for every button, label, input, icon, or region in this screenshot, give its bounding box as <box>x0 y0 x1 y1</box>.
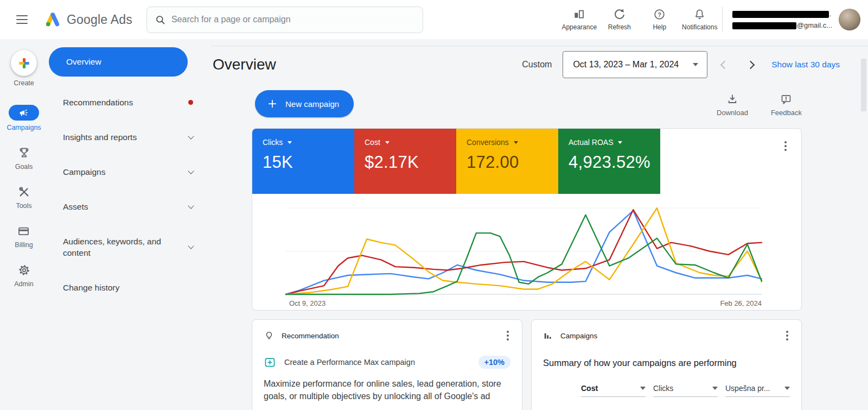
refresh-button[interactable]: Refresh <box>599 8 640 31</box>
rail-label-campaigns: Campaigns <box>7 124 41 131</box>
recommendation-card-header: Recommendation <box>264 329 510 342</box>
dropdown-caret-icon <box>712 387 718 390</box>
subnav-item-insights-and-reports[interactable]: Insights and reports <box>48 131 210 143</box>
chart-card-menu-button[interactable] <box>783 140 788 194</box>
credit-card-icon <box>17 224 30 238</box>
date-range-picker[interactable]: Oct 13, 2023 – Mar 1, 2024 <box>563 51 707 78</box>
metric-strip: Clicks 15K Cost $2.17K Conversions 172.0… <box>252 129 801 194</box>
search-bar[interactable] <box>146 7 423 33</box>
recommendations-alert-dot <box>188 100 193 105</box>
search-input[interactable] <box>171 15 414 24</box>
chevron-down-icon <box>188 203 194 209</box>
recommendation-card: Recommendation Create a Performance Max … <box>252 319 522 410</box>
main-content: Overview Custom Oct 13, 2023 – Mar 1, 20… <box>210 46 868 410</box>
vertical-scrollbar-thumb[interactable] <box>861 59 866 111</box>
rail-item-create[interactable]: Create <box>11 50 37 87</box>
recommendation-body-text: Maximize performance for online sales, l… <box>264 378 510 403</box>
dropdown-caret-icon <box>640 387 646 390</box>
avatar[interactable] <box>839 9 860 30</box>
appearance-label: Appearance <box>561 23 597 31</box>
search-icon <box>155 15 165 25</box>
main-menu-button[interactable] <box>11 9 33 30</box>
hamburger-icon <box>16 15 28 24</box>
download-button[interactable]: Download <box>717 93 748 117</box>
metric-selector-cost[interactable]: Cost <box>581 384 646 397</box>
toolbar: New campaign Download <box>255 90 802 117</box>
plus-icon <box>267 98 278 109</box>
new-campaign-button[interactable]: New campaign <box>255 90 354 117</box>
campaigns-card-menu-button[interactable] <box>784 329 790 342</box>
download-label: Download <box>717 109 748 117</box>
x-axis-start-label: Oct 9, 2023 <box>289 299 326 307</box>
rail-item-admin[interactable]: Admin <box>14 263 33 288</box>
bar-chart-icon <box>543 331 553 341</box>
rail-item-campaigns[interactable]: Campaigns <box>7 105 41 131</box>
tools-icon <box>17 185 31 199</box>
topbar-actions: Appearance Refresh ? Help Notifications <box>559 7 860 32</box>
series-actual-roas <box>286 215 762 294</box>
create-button[interactable] <box>11 50 37 76</box>
metric-value-conversions: 172.00 <box>467 153 558 172</box>
help-button[interactable]: ? Help <box>640 8 680 31</box>
help-label: Help <box>653 23 666 31</box>
recommendation-card-menu-button[interactable] <box>505 329 510 342</box>
date-next-button[interactable] <box>741 55 760 74</box>
svg-text:?: ? <box>658 11 661 18</box>
account-email-suffix: @gmail.c... <box>797 21 832 29</box>
new-campaign-suggestion-icon <box>264 356 276 369</box>
subnav-item-assets[interactable]: Assets <box>48 201 210 212</box>
subnav-item-recommendations[interactable]: Recommendations <box>48 97 210 108</box>
dropdown-caret-icon <box>784 387 790 390</box>
show-last-30-days-link[interactable]: Show last 30 days <box>771 60 840 70</box>
series-cost <box>286 210 762 294</box>
uplift-badge: +10% <box>478 356 511 369</box>
metric-card-actual-roas[interactable]: Actual ROAS 4,923.52% <box>558 129 660 194</box>
rail-label-goals: Goals <box>15 163 33 171</box>
subnav-item-campaigns[interactable]: Campaigns <box>48 166 210 178</box>
rail-item-tools[interactable]: Tools <box>16 185 31 210</box>
appearance-icon <box>573 8 585 21</box>
subnav-item-audiences-keywords-content[interactable]: Audiences, keywords, and content <box>48 236 210 258</box>
feedback-button[interactable]: Feedback <box>771 93 802 117</box>
metric-card-clicks[interactable]: Clicks 15K <box>252 129 354 194</box>
metric-selector-uspesna[interactable]: Uspešna pr... <box>725 384 790 397</box>
download-icon <box>726 93 738 105</box>
recommendation-item[interactable]: Create a Performance Max campaign +10% <box>264 356 510 369</box>
metric-card-cost[interactable]: Cost $2.17K <box>354 129 456 194</box>
metric-card-conversions[interactable]: Conversions 172.00 <box>456 129 558 194</box>
topbar-divider <box>722 7 723 32</box>
metric-value-clicks: 15K <box>263 153 354 172</box>
google-ads-logo[interactable]: Google Ads <box>44 12 132 27</box>
metric-value-cost: $2.17K <box>365 153 456 172</box>
account-name-suffix: . <box>829 10 832 18</box>
chevron-down-icon <box>188 133 194 139</box>
rail-label-billing: Billing <box>15 241 33 249</box>
metric-caret-icon <box>288 141 292 144</box>
bottom-cards-row: Recommendation Create a Performance Max … <box>252 319 802 410</box>
metric-value-actual-roas: 4,923.52% <box>569 153 660 172</box>
trend-chart[interactable] <box>286 208 762 294</box>
chevron-left-icon <box>720 60 729 69</box>
metric-caret-icon <box>514 141 518 144</box>
gear-icon <box>17 263 31 277</box>
notifications-button[interactable]: Notifications <box>680 8 720 31</box>
overview-chart-card: Clicks 15K Cost $2.17K Conversions 172.0… <box>252 128 802 311</box>
campaigns-card-header: Campaigns <box>543 329 790 342</box>
chevron-down-icon <box>188 168 194 174</box>
rail-item-goals[interactable]: Goals <box>15 146 33 171</box>
subnav-item-overview[interactable]: Overview <box>49 47 188 77</box>
recommendation-item-title: Create a Performance Max campaign <box>284 358 415 367</box>
account-info[interactable]: . @gmail.c... <box>732 10 832 29</box>
subnav-item-change-history[interactable]: Change history <box>48 282 210 293</box>
date-prev-button[interactable] <box>715 55 733 74</box>
appearance-button[interactable]: Appearance <box>559 8 599 31</box>
rail-item-billing[interactable]: Billing <box>15 224 33 249</box>
lightbulb-icon <box>264 330 275 341</box>
chevron-right-icon <box>746 60 755 69</box>
metric-selector-clicks[interactable]: Clicks <box>653 384 718 397</box>
new-campaign-label: New campaign <box>285 99 339 109</box>
chart-x-axis-labels: Oct 9, 2023 Feb 26, 2024 <box>289 299 762 307</box>
create-plus-icon <box>18 57 30 70</box>
page-header: Overview Custom Oct 13, 2023 – Mar 1, 20… <box>213 51 840 78</box>
metric-caret-icon <box>618 141 622 144</box>
